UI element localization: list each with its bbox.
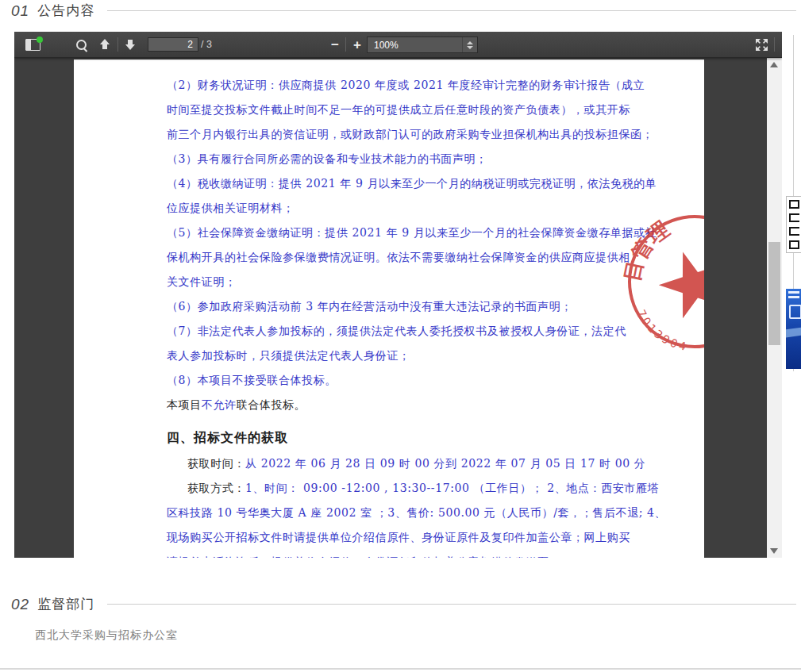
zoom-in-button[interactable]: +: [349, 35, 366, 54]
scrollbar-up-arrow-icon[interactable]: [770, 62, 778, 67]
document-text-line: 前三个月内银行出具的资信证明，或财政部门认可的政府采购专业担保机构出具的投标担保…: [167, 122, 616, 147]
glyph-fragment-icon: [789, 240, 799, 249]
stamp-serial-number: 7013904: [634, 301, 691, 361]
document-text-line: 获取时间：从 2022 年 06 月 28 日 09 时 00 分到 2022 …: [167, 451, 616, 476]
text-segment: 时间至提交投标文件截止时间不足一年的可提供成立后任意时段的资产负债表），或其开标: [167, 103, 630, 116]
text-segment: 获取时间：: [187, 457, 245, 470]
document-text-line: （6）参加政府采购活动前 3 年内在经营活动中没有重大违法记录的书面声明；: [167, 294, 616, 319]
banner-stripe: [788, 291, 799, 294]
arrow-up-icon: [98, 38, 111, 51]
document-text-line: 表人参加投标时，只须提供法定代表人身份证；: [167, 344, 616, 368]
search-button[interactable]: [71, 35, 90, 54]
text-segment: 保机构开具的社会保险参保缴费情况证明。依法不需要缴纳社会保障资金的供应商应提供相: [167, 251, 630, 263]
notification-dot-icon: [37, 36, 43, 43]
banner-emblem: [789, 305, 801, 319]
next-page-button[interactable]: [121, 35, 140, 54]
pdf-document-area[interactable]: （2）财务状况证明：供应商提供 2020 年度或 2021 年度经审计完整的财务…: [14, 57, 767, 558]
document-text-line: 关文件证明；: [167, 270, 616, 294]
text-segment: 本项目: [167, 398, 202, 411]
document-text-line: （7）非法定代表人参加投标的，须提供法定代表人委托授权书及被授权人身份证，法定代: [167, 319, 616, 344]
previous-page-button[interactable]: [95, 35, 114, 54]
glyph-fragment-icon: [789, 200, 799, 209]
text-segment: （2）财务状况证明：供应商提供 2020 年度或 2021 年度经审计完整的财务…: [167, 79, 645, 91]
section-number: 01: [11, 2, 29, 20]
text-segment: 区科技路 10 号华奥大厦 A 座 2002 室 ；3、售价: 500.00 元…: [167, 506, 666, 519]
text-segment: 1、时间： 09:00 -12:00 , 13:30--17:00 （工作日）；…: [245, 482, 659, 494]
stamp-star-icon: [651, 242, 704, 323]
arrow-down-icon: [124, 38, 137, 51]
pdf-toolbar: / 3 − + 100%: [14, 32, 782, 58]
document-text-line: 保机构开具的社会保险参保缴费情况证明。依法不需要缴纳社会保障资金的供应商应提供相: [167, 245, 616, 270]
pdf-viewer: / 3 − + 100%: [14, 32, 782, 558]
text-segment: （6）参加政府采购活动前 3 年内在经营活动中没有重大违法记录的书面声明；: [167, 300, 572, 313]
toolbar-divider: [774, 37, 775, 52]
zoom-out-button[interactable]: −: [326, 35, 344, 54]
pdf-scrollbar[interactable]: [767, 57, 782, 558]
text-segment: 获取方式：: [187, 482, 245, 494]
document-text: （2）财务状况证明：供应商提供 2020 年度或 2021 年度经审计完整的财务…: [167, 73, 616, 558]
text-segment: （8）本项目不接受联合体投标。: [167, 374, 337, 386]
document-text-line: （4）税收缴纳证明：提供 2021 年 9 月以来至少一个月的纳税证明或完税证明…: [167, 171, 616, 196]
document-text-line: 区科技路 10 号华奥大厦 A 座 2002 室 ；3、售价: 500.00 元…: [167, 501, 616, 525]
zoom-level-value: 100%: [368, 40, 462, 51]
document-text-line: 四、招标文件的获取: [167, 424, 616, 451]
page-number-input[interactable]: [148, 37, 198, 52]
glyph-fragment-icon: [789, 227, 799, 236]
document-text-line: （8）本项目不接受联合体投标。: [167, 368, 616, 393]
document-text-line: （3）具有履行合同所必需的设备和专业技术能力的书面声明；: [167, 147, 616, 171]
document-text-line: 本项目不允许联合体投标。: [167, 393, 616, 417]
chevron-up-icon: [467, 41, 473, 44]
section-number: 02: [11, 596, 29, 613]
document-text-line: （2）财务状况证明：供应商提供 2020 年度或 2021 年度经审计完整的财务…: [167, 73, 616, 98]
banner-stripe: [788, 296, 799, 298]
text-segment: 四、招标文件的获取: [167, 430, 288, 445]
pdf-page: （2）财务状况证明：供应商提供 2020 年度或 2021 年度经审计完整的财务…: [74, 60, 704, 558]
document-text-line: 位应提供相关证明材料；: [167, 196, 616, 221]
chevron-down-icon: [467, 46, 473, 49]
toolbar-divider: [117, 37, 118, 52]
toolbar-divider: [345, 37, 346, 52]
section-divider-line: [107, 10, 796, 11]
scrollbar-thumb[interactable]: [768, 242, 780, 345]
sidebar-toggle-button[interactable]: [22, 35, 43, 54]
page-total-label: / 3: [201, 39, 212, 50]
scrollbar-down-arrow-icon[interactable]: [770, 548, 778, 554]
zoom-level-select[interactable]: 100%: [367, 36, 478, 53]
text-segment: 从 2022 年 06 月 28 日 09 时 00 分到 2022 年 07 …: [245, 457, 645, 470]
select-spinner: [462, 37, 477, 52]
section-title: 监督部门: [37, 595, 94, 613]
floating-widget-text-fragment[interactable]: [786, 196, 801, 253]
glyph-fragment-icon: [789, 213, 799, 222]
text-segment: （5）社会保障资金缴纳证明：提供 2021 年 9 月以来至少一个月的社会保障资…: [167, 226, 657, 239]
text-segment: （4）税收缴纳证明：提供 2021 年 9 月以来至少一个月的纳税证明或完税证明…: [167, 177, 657, 190]
text-segment: （7）非法定代表人参加投标的，须提供法定代表人委托授权书及被授权人身份证，法定代: [167, 324, 626, 337]
text-segment: 表人参加投标时，只须提供法定代表人身份证；: [167, 349, 410, 362]
text-segment: 位应提供相关证明材料；: [167, 202, 295, 214]
section-header-supervision: 02 监督部门: [11, 595, 796, 613]
sidebar-toggle-icon: [25, 39, 40, 51]
floating-widget-blue-banner[interactable]: [786, 289, 801, 369]
text-segment: 请提前电话咨询后，提供单位介绍信、身份证复印件加盖公章扫描件发送至: [167, 555, 549, 558]
text-segment: 现场购买公开招标文件时请提供单位介绍信原件、身份证原件及复印件加盖公章；网上购买: [167, 531, 630, 543]
document-text-line: 现场购买公开招标文件时请提供单位介绍信原件、身份证原件及复印件加盖公章；网上购买: [167, 525, 616, 550]
document-text-line: 时间至提交投标文件截止时间不足一年的可提供成立后任意时段的资产负债表），或其开标: [167, 98, 616, 122]
fullscreen-expand-icon: [755, 38, 768, 52]
text-segment: 不允许: [202, 398, 237, 411]
section-header-announcement: 01 公告内容: [11, 2, 796, 20]
text-segment: 关文件证明；: [167, 275, 237, 288]
minus-icon: −: [331, 38, 339, 52]
text-segment: 前三个月内银行出具的资信证明，或财政部门认可的政府采购专业担保机构出具的投标担保…: [167, 128, 653, 140]
document-text-line: （5）社会保障资金缴纳证明：提供 2021 年 9 月以来至少一个月的社会保障资…: [167, 221, 616, 245]
banner-glow: [786, 327, 801, 337]
supervision-department-name: 西北大学采购与招标办公室: [35, 628, 178, 643]
text-segment: 联合体投标。: [237, 398, 306, 411]
fullscreen-button[interactable]: [753, 35, 770, 54]
text-segment: （3）具有履行合同所必需的设备和专业技术能力的书面声明；: [167, 152, 487, 165]
section-divider-line: [107, 604, 796, 605]
page-bottom-divider: [0, 668, 801, 670]
document-text-line: 获取方式：1、时间： 09:00 -12:00 , 13:30--17:00 （…: [167, 476, 616, 501]
document-text-line: 请提前电话咨询后，提供单位介绍信、身份证复印件加盖公章扫描件发送至: [167, 550, 616, 558]
section-title: 公告内容: [37, 2, 94, 20]
search-icon: [76, 40, 87, 50]
plus-icon: +: [353, 38, 361, 52]
